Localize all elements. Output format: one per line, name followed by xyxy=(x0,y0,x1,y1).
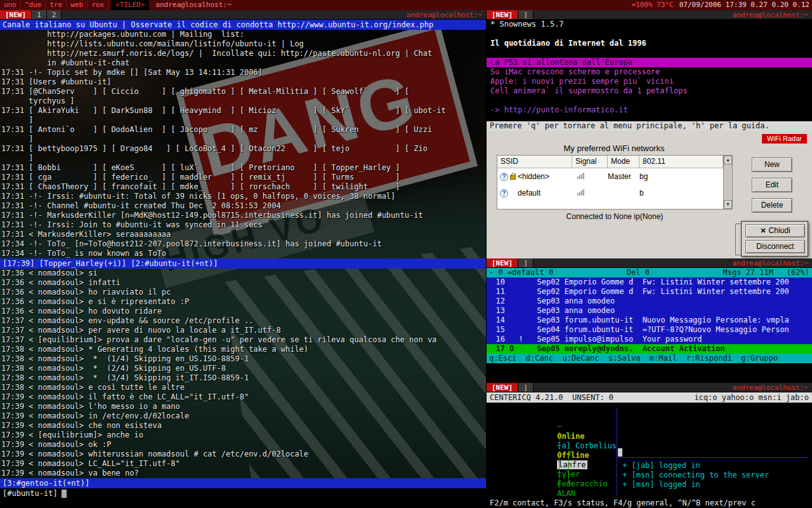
event-line: + [msn] logged in xyxy=(622,480,769,490)
workspace-button[interactable]: web xyxy=(67,0,88,10)
close-button[interactable]: ✕ Chiudi xyxy=(745,224,805,237)
events-divider xyxy=(617,457,808,458)
chat-line: 17:31 [@ChanServ ] [ Ciccio ] [ ghigomat… xyxy=(1,87,486,97)
disconnect-button-label: Disconnect xyxy=(756,241,794,253)
frame-tab[interactable]: [NEW] xyxy=(487,258,518,267)
frame-tab[interactable]: [NEW] xyxy=(487,10,518,19)
chat-line: 17:31 < MarkusderKiller> seraaaaaaaaa xyxy=(1,230,486,239)
chat-line: 17:31 -!- Irssi: #ubuntu-it: Total of 39… xyxy=(1,192,486,201)
terminal-cursor xyxy=(618,448,622,457)
feed-item[interactable]: La PS3 si allontana dall'Europa xyxy=(487,58,812,67)
mail-row[interactable]: 13 Sep03 anna omodeo xyxy=(487,306,812,316)
frame-tab[interactable]: ] xyxy=(518,258,534,267)
feed-item[interactable]: -> http://punto-informatico.it xyxy=(487,105,812,115)
chat-line: ] xyxy=(1,135,486,144)
frame-tab[interactable]: ] xyxy=(518,10,534,19)
tree-branch-icon: ─ xyxy=(557,422,566,431)
frame-tab[interactable]: [NEW] xyxy=(0,10,32,19)
ssid-cell: ? <hidden> xyxy=(497,172,572,181)
wifi-network-row[interactable]: ? default b xyxy=(497,185,723,201)
mutt-frame-titlebar[interactable]: [NEW] ] andrea@localhost:~ xyxy=(487,258,812,268)
feed-item[interactable]: * Snownews 1.5.7 xyxy=(487,20,812,29)
chat-line: 17:39 < nomadsoul> LC_ALL="it_IT.utf-8" xyxy=(1,459,486,469)
frame-tab[interactable]: ] xyxy=(518,383,534,392)
chat-line: 17:34 -!- ToTo_ is now known as ToTo xyxy=(1,249,486,258)
mail-row[interactable]: 14 Sep03 forum.ubuntu-it Nuovo Messaggio… xyxy=(487,316,812,325)
wifi-radar-window-tag[interactable]: WiFi Radar xyxy=(762,134,807,144)
column-header-signal[interactable]: Signal xyxy=(572,156,608,168)
chat-line: 17:36 < nomadsoul> ho dovuto ridare xyxy=(1,307,486,316)
mail-row[interactable]: 11 Sep02 Emporio Gomme d Fw: Listini Win… xyxy=(487,287,812,297)
irc-frame-tabs: [NEW] 1 2 xyxy=(0,10,62,19)
chat-line: http://packages.ubuntu.com | Mailing lis… xyxy=(1,30,486,39)
chat-line: 17:38 < nomadsoul> * (1/4) Skipping en_U… xyxy=(1,354,486,364)
mail-row[interactable]: 12 Sep03 anna omodeo xyxy=(487,297,812,306)
close-button-label: Chiudi xyxy=(769,225,790,237)
irc-frame-titlebar[interactable]: [NEW] 1 2 andrea@localhost:~ xyxy=(0,10,486,20)
snownews-frame-tabs: [NEW] ] xyxy=(487,10,534,19)
irc-terminal-frame: [NEW] 1 2 andrea@localhost:~ DANG HIGH V… xyxy=(0,10,486,508)
irc-frame-title: andrea@localhost:~ xyxy=(407,10,486,19)
irc-statusbar: [17:39] [Topper_Harley(+i)] [2:#ubuntu-i… xyxy=(0,258,486,269)
mail-row[interactable]: 16 ! Sep05 impulso@impulso Your password xyxy=(487,335,812,344)
chat-line: 17:39 < nomadsoul> che non esisteva xyxy=(1,421,486,431)
contact-item[interactable]: ─ Online xyxy=(493,413,617,422)
feed-item[interactable] xyxy=(487,48,812,58)
workspace-button[interactable]: rox xyxy=(88,0,108,10)
frame-tab[interactable]: 1 xyxy=(32,10,47,19)
feed-item[interactable] xyxy=(487,96,812,105)
feed-item[interactable]: Su iMac crescono schermo e processore xyxy=(487,67,812,77)
wifi-rows: ? <hidden> Master bg xyxy=(497,168,723,201)
new-button[interactable]: New xyxy=(752,157,792,172)
feed-item[interactable]: Cell animera` il supermostro da 1 petafl… xyxy=(487,86,812,96)
irc-input-line[interactable]: [#ubuntu-it] xyxy=(0,488,486,499)
protocol-status-label: icq:o yahoo:o msn:i jab:o xyxy=(694,392,809,403)
scroll-down-icon[interactable]: ▼ xyxy=(724,200,732,209)
workspace-bar: uno ^due tre web rox <TILED> andrea@loca… xyxy=(0,0,812,10)
column-header-80211[interactable]: 802.11 xyxy=(639,156,723,168)
chat-line: ] xyxy=(1,116,486,125)
chat-line: 17:36 < nomadsoul> ho riavviato il pc xyxy=(1,288,486,297)
chat-line: 17:31 -!- MarkusderKiller [n=MdK@host12-… xyxy=(1,211,486,220)
wifi-network-row[interactable]: ? <hidden> Master bg xyxy=(497,168,723,185)
delete-button[interactable]: Delete xyxy=(752,198,792,213)
feed-item[interactable] xyxy=(487,29,812,39)
ssid-cell: ? default xyxy=(497,189,572,197)
centericq-header-bar: CENTERICQ 4.21.0 UNSENT: 0 icq:o yahoo:o… xyxy=(487,392,812,403)
workspace-button[interactable]: tre xyxy=(46,0,67,10)
80211-cell: b xyxy=(639,189,723,197)
chat-line: 17:31 [ cga ] [ federico_ ] [ maddler ] … xyxy=(1,173,486,182)
contact-tree: ─ Online │ └ [a] Corbelius ─ Offline xyxy=(493,413,617,479)
frame-tab[interactable]: 2 xyxy=(47,10,62,19)
disconnect-button[interactable]: Disconnect xyxy=(745,240,805,253)
edit-button[interactable]: Edit xyxy=(752,178,792,192)
snownews-frame-titlebar[interactable]: [NEW] ] andrea@localhost:~ xyxy=(487,10,812,20)
chat-line: 17:31 [ AkiraYuki ] [ DarkSun88 ] [ Heav… xyxy=(1,106,486,116)
connection-status-text: Connected to None ip(None) xyxy=(497,212,733,221)
text-cursor xyxy=(62,490,67,498)
centericq-frame-titlebar[interactable]: [NEW] ] andrea@localhost:~ xyxy=(487,383,812,392)
signal-strength-icon xyxy=(577,189,585,197)
mail-row[interactable]: 15 Sep04 forum.ubuntu-it =?UTF-8?Q?Nuovo… xyxy=(487,325,812,335)
tree-branch-icon: │ ├ xyxy=(557,470,575,479)
chat-line: 17:36 < nomadsoul> infatti xyxy=(1,278,486,288)
tree-branch-icon: │ ├ xyxy=(557,460,575,469)
mutt-content: - 0 =default 0 Del 0 Msgs 27 11M (62%) 1… xyxy=(487,268,812,383)
centericq-version-label: CENTERICQ 4.21.0 UNSENT: 0 xyxy=(490,392,613,403)
workspace-button[interactable]: ^due xyxy=(21,0,46,10)
frame-tab[interactable]: [NEW] xyxy=(487,383,518,392)
mode-cell: Master xyxy=(608,172,639,181)
mail-row[interactable]: 17 O Sep05 noreply@dyndns. Account Activ… xyxy=(487,344,812,354)
table-scrollbar[interactable]: ▲ ▼ xyxy=(723,156,732,209)
column-header-ssid[interactable]: SSID xyxy=(497,156,572,168)
feed-item[interactable]: Apple: i nuovi prezzi sempre piu` vicini xyxy=(487,77,812,86)
mail-row[interactable]: 10 Sep02 Emporio Gomme d Fw: Listini Win… xyxy=(487,277,812,287)
workspace-button[interactable]: uno xyxy=(0,0,21,10)
topbar-window-title: andrea@localhost:~ xyxy=(155,0,231,10)
scroll-up-icon[interactable]: ▲ xyxy=(724,156,732,164)
feed-item[interactable]: Il quotidiano di Internet dal 1996 xyxy=(487,39,812,48)
event-log: + [jab] logged in + [msn] connecting to … xyxy=(622,461,769,490)
chat-line: 17:36 < nomadsoul> e si è ripresentato :… xyxy=(1,297,486,307)
chat-line: http://lists.ubuntu.com/mailman/listinfo… xyxy=(1,39,486,49)
column-header-mode[interactable]: Mode xyxy=(608,156,639,168)
